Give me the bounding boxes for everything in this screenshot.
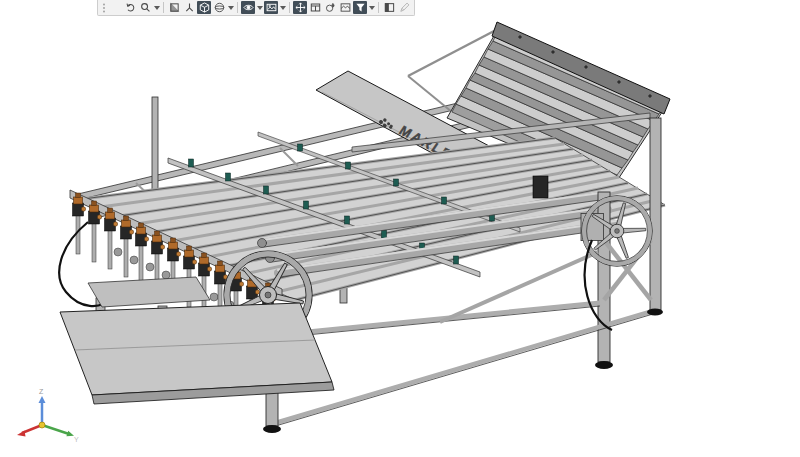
edit-scene-dropdown[interactable] [279,1,286,14]
grip-dots-icon[interactable] [101,2,107,13]
orientation-triad: Z Y [17,388,79,443]
hide-show-items-dropdown[interactable] [256,1,263,14]
axis-y [42,425,69,434]
view-settings-dropdown[interactable] [368,1,375,14]
triad-z-label: Z [39,388,44,395]
previous-view-button[interactable] [123,1,137,14]
graphics-viewport[interactable]: MARLENE [0,0,800,457]
section-view-button[interactable] [167,1,181,14]
display-style-button[interactable] [212,1,226,14]
toolbar-separator [378,2,379,13]
view-settings-filter-button[interactable] [353,1,367,14]
frame-tool-button[interactable] [382,1,396,14]
triad-origin [39,422,45,428]
pencil-button[interactable] [397,1,411,14]
window-pane-button[interactable] [308,1,322,14]
edit-appearance-button[interactable] [323,1,337,14]
toolbar-separator [289,2,290,13]
zoom-tools-button[interactable] [138,1,152,14]
drive-box [533,176,548,198]
view-orientation-button[interactable] [197,1,211,14]
move-component-button[interactable] [293,1,307,14]
apply-scene-button[interactable] [338,1,352,14]
annotation-views-button[interactable] [182,1,196,14]
hide-show-items-button[interactable] [241,1,255,14]
zoom-tools-dropdown[interactable] [153,1,160,14]
heads-up-toolbar [97,0,415,16]
zoom-to-fit-button[interactable] [108,1,122,14]
edit-scene-button[interactable] [264,1,278,14]
triad-y-label: Y [74,436,79,443]
cad-model-apple-grader[interactable]: MARLENE [0,0,800,457]
toolbar-separator [237,2,238,13]
display-style-dropdown[interactable] [227,1,234,14]
toolbar-separator [163,2,164,13]
cad-application-window: MARLENE [0,0,800,457]
